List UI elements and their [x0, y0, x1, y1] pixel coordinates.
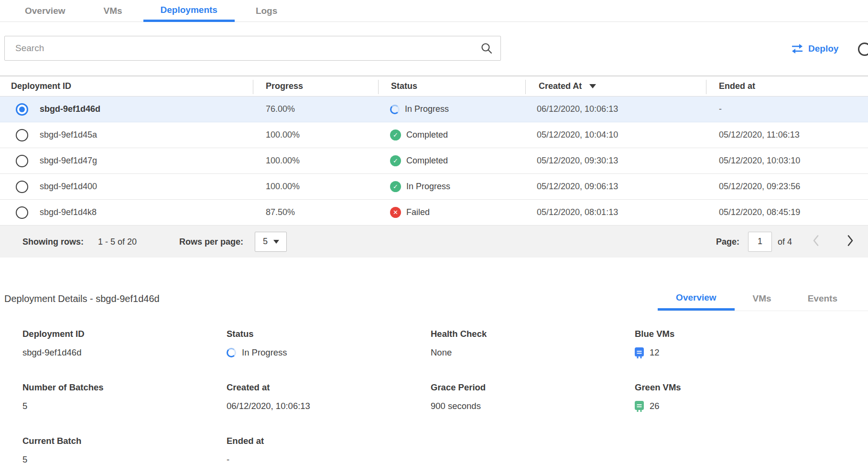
- deployment-id-cell: sbgd-9ef1d46d: [40, 97, 100, 122]
- status-cell: Failed: [390, 200, 430, 225]
- field-grace-period: Grace Period 900 seconds: [431, 382, 635, 436]
- field-label: Ended at: [227, 436, 431, 446]
- progress-cell: 100.00%: [266, 122, 300, 148]
- refresh-icon[interactable]: [858, 43, 868, 56]
- deployment-id-cell: sbgd-9ef1d47g: [40, 148, 97, 173]
- field-status: Status In Progress: [227, 329, 431, 382]
- radio-unselected[interactable]: [16, 206, 28, 219]
- showing-rows-label: Showing rows:: [22, 237, 84, 247]
- field-label: Health Check: [431, 329, 635, 339]
- next-page-button[interactable]: [847, 235, 854, 248]
- details-tab-overview[interactable]: Overview: [658, 287, 735, 311]
- page-total: of 4: [778, 237, 792, 247]
- tab-logs[interactable]: Logs: [239, 0, 294, 22]
- ended-at-cell: -: [719, 97, 722, 122]
- status-cell: Completed: [390, 122, 448, 148]
- status-cell: In Progress: [390, 174, 450, 199]
- table-header: Deployment ID Progress Status Created At…: [0, 75, 868, 97]
- chevron-left-icon: [813, 235, 819, 246]
- status-label: Completed: [406, 156, 448, 166]
- details-grid: Deployment ID sbgd-9ef1d46d Status In Pr…: [22, 329, 839, 474]
- status-completed-icon: [390, 181, 401, 192]
- deploy-button-label: Deploy: [808, 43, 838, 54]
- status-label: In Progress: [405, 104, 449, 114]
- column-header-deployment-id: Deployment ID: [11, 76, 71, 96]
- field-value: 900 seconds: [431, 400, 635, 412]
- deploy-button[interactable]: Deploy: [791, 40, 838, 57]
- column-header-progress: Progress: [266, 76, 303, 96]
- progress-cell: 100.00%: [266, 174, 300, 199]
- deployments-table: Deployment ID Progress Status Created At…: [0, 75, 868, 258]
- tab-deployments[interactable]: Deployments: [143, 0, 235, 22]
- field-label: Status: [227, 329, 431, 339]
- field-blue-vms: Blue VMs 12: [635, 329, 839, 382]
- rows-per-page-select[interactable]: 5: [255, 232, 287, 252]
- chevron-right-icon: [847, 235, 854, 246]
- tab-vms[interactable]: VMs: [87, 0, 140, 22]
- ended-at-cell: 05/12/2020, 09:23:56: [719, 174, 800, 199]
- field-label: Green VMs: [635, 382, 839, 393]
- field-label: Grace Period: [431, 382, 635, 393]
- vm-blue-icon: [635, 347, 644, 358]
- details-tab-vms[interactable]: VMs: [735, 287, 790, 311]
- search-box: [4, 36, 501, 61]
- table-footer: Showing rows: 1 - 5 of 20 Rows per page:…: [0, 226, 868, 258]
- table-row[interactable]: sbgd-9ef1d45a 100.00% Completed 05/12/20…: [0, 122, 868, 148]
- column-header-created-at-label: Created At: [539, 81, 582, 91]
- progress-cell: 87.50%: [266, 200, 295, 225]
- field-label: Created at: [227, 382, 431, 393]
- ended-at-cell: 05/12/2020, 11:06:13: [719, 122, 800, 148]
- status-failed-icon: [390, 207, 401, 218]
- ended-at-cell: 05/12/2020, 10:03:10: [719, 148, 800, 173]
- rows-per-page-value: 5: [263, 237, 268, 247]
- radio-selected[interactable]: [16, 103, 28, 116]
- field-label: Number of Batches: [22, 382, 227, 393]
- status-label: Completed: [406, 130, 448, 140]
- details-tab-events[interactable]: Events: [790, 287, 856, 311]
- rows-per-page-label: Rows per page:: [179, 237, 243, 247]
- header-divider: [378, 80, 379, 94]
- field-value: 26: [650, 401, 660, 411]
- created-at-cell: 05/12/2020, 08:01:13: [537, 200, 618, 225]
- field-green-vms: Green VMs 26: [635, 382, 839, 436]
- field-value: In Progress: [242, 347, 287, 358]
- field-value: 12: [650, 347, 660, 358]
- table-row[interactable]: sbgd-9ef1d47g 100.00% Completed 05/12/20…: [0, 148, 868, 174]
- status-cell: Completed: [390, 148, 448, 173]
- deployment-id-cell: sbgd-9ef1d45a: [40, 122, 97, 148]
- created-at-cell: 06/12/2020, 10:06:13: [537, 97, 618, 122]
- created-at-cell: 05/12/2020, 09:06:13: [537, 174, 618, 199]
- page-number-input[interactable]: [748, 232, 772, 252]
- showing-rows-value: 1 - 5 of 20: [98, 237, 137, 247]
- radio-unselected[interactable]: [16, 129, 28, 141]
- swap-arrows-icon: [791, 43, 803, 54]
- field-value: 06/12/2020, 10:06:13: [227, 400, 431, 412]
- status-completed-icon: [390, 155, 401, 166]
- column-header-ended-at: Ended at: [719, 76, 755, 96]
- tab-overview[interactable]: Overview: [8, 0, 83, 22]
- search-input[interactable]: [5, 43, 480, 54]
- table-row[interactable]: sbgd-9ef1d400 100.00% In Progress 05/12/…: [0, 174, 868, 200]
- page-input-box: [748, 232, 772, 252]
- top-tab-bar: Overview VMs Deployments Logs: [0, 0, 868, 22]
- table-row[interactable]: sbgd-9ef1d46d 76.00% In Progress 06/12/2…: [0, 97, 868, 122]
- table-row[interactable]: sbgd-9ef1d4k8 87.50% Failed 05/12/2020, …: [0, 200, 868, 226]
- field-ended-at: Ended at -: [227, 436, 431, 474]
- field-current-batch: Current Batch 5: [22, 436, 227, 474]
- created-at-cell: 05/12/2020, 10:04:10: [537, 122, 618, 148]
- previous-page-button[interactable]: [813, 235, 819, 248]
- radio-unselected[interactable]: [16, 181, 28, 193]
- field-value: sbgd-9ef1d46d: [22, 347, 227, 358]
- radio-unselected[interactable]: [16, 155, 28, 167]
- ended-at-cell: 05/12/2020, 08:45:19: [719, 200, 800, 225]
- page-label: Page:: [716, 237, 739, 247]
- field-value: 5: [22, 454, 227, 465]
- progress-cell: 76.00%: [266, 97, 295, 122]
- status-inprogress-spinner-icon: [227, 348, 236, 357]
- sort-desc-icon: [589, 84, 596, 88]
- header-divider: [525, 80, 526, 94]
- deployment-id-cell: sbgd-9ef1d4k8: [40, 200, 97, 225]
- column-header-created-at[interactable]: Created At: [539, 76, 596, 96]
- vm-green-icon: [635, 401, 644, 412]
- column-header-status: Status: [391, 76, 417, 96]
